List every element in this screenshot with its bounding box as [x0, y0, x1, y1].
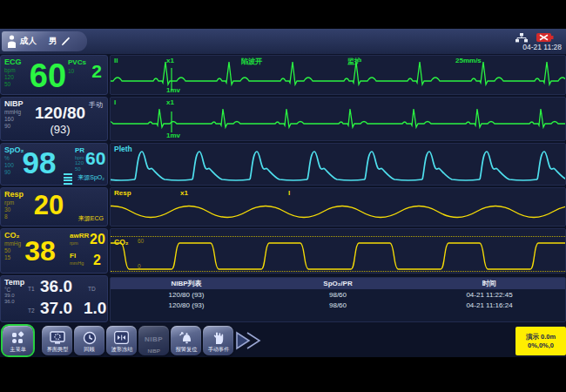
demo-line-1: 演示 0.0m	[515, 333, 566, 341]
patient-type: 成人	[20, 36, 37, 47]
manual-event-icon	[212, 329, 226, 346]
pvcs-limit: 10	[68, 68, 74, 74]
network-icon	[515, 33, 528, 43]
co2-value: 38	[13, 233, 67, 269]
pleth-waveform	[111, 144, 565, 185]
main-menu-label: 主菜单	[10, 346, 26, 354]
pr-limit-low: 50	[75, 166, 81, 172]
resp-unit: rpm	[4, 199, 14, 206]
temp-tile[interactable]: Temp °C 39.0 36.0 T1 36.0 TD T2 37.0 1.0	[0, 275, 108, 322]
nibp-limit-high: 160	[4, 116, 14, 122]
screen-type-label: 界面类型	[46, 346, 68, 354]
co2-waveform	[111, 229, 565, 273]
table-row: 120/80 (93) 98/60 04-21 11:16:24	[111, 300, 565, 310]
cell-time-2: 04-21 11:16:24	[414, 301, 565, 309]
nibp-tile[interactable]: NIBP 手动 mmHg 160 90 120/80 (93)	[0, 97, 108, 141]
temp-limit-low: 36.0	[4, 299, 15, 305]
resp-waveform	[111, 188, 565, 226]
td-value: 1.0	[84, 299, 106, 318]
ecg1-waveform	[111, 56, 565, 94]
col-time: 时间	[414, 279, 565, 288]
ecg2-waveform	[111, 98, 565, 140]
nibp-value: 120/80	[15, 104, 105, 123]
col-spo2-pr: SpO₂/PR	[262, 280, 414, 287]
spo2-unit: %	[4, 155, 10, 161]
battery-icon	[536, 32, 554, 43]
nibp-icon: NIBP	[145, 331, 163, 348]
monitor-screen: 成人 男 04-21 11:28 ECG bpm 120 50 60 PVCs …	[0, 0, 566, 392]
cell-nibp-2: 120/80 (93)	[111, 301, 262, 309]
review-icon	[83, 329, 97, 346]
freeze-button[interactable]: 波形冻结	[106, 326, 137, 355]
demo-line-2: 0%,0%,0	[515, 341, 566, 350]
fi-unit: mmHg	[70, 260, 84, 267]
co2-tile[interactable]: CO₂ mmHg 50 15 38 awRR rpm 20 FI mmHg 2	[0, 228, 108, 274]
co2-wave-row[interactable]: CO₂ 60 0	[110, 228, 566, 274]
table-row: 120/80 (93) 98/60 04-21 11:22:45	[111, 289, 565, 300]
pvcs-value: 2	[91, 61, 102, 82]
screen-type-button[interactable]: 界面类型	[42, 326, 72, 355]
pvcs-label: PVCs	[68, 58, 86, 66]
resp-limit-low: 8	[4, 213, 8, 220]
temp-limit-high: 39.0	[4, 293, 15, 299]
cell-spo2pr-2: 98/60	[262, 301, 414, 309]
nibp-button[interactable]: NIBP NIBP	[138, 326, 169, 355]
alarm-reset-button[interactable]: 报警复位	[171, 326, 201, 355]
fi-label: FI	[70, 252, 76, 260]
temp-label: Temp	[4, 278, 24, 287]
demo-status-box[interactable]: 演示 0.0m 0%,0%,0	[515, 327, 566, 355]
ecg-limit-high: 120	[4, 74, 14, 80]
pleth-wave-row[interactable]: Pleth	[110, 143, 566, 186]
review-button[interactable]: 回顾	[74, 326, 104, 355]
freeze-icon	[114, 329, 129, 346]
nibp-limit-low: 90	[4, 123, 10, 129]
spo2-limit-low: 90	[4, 169, 10, 175]
datetime: 04-21 11:28	[522, 43, 562, 51]
trend-table[interactable]: NIBP列表 SpO₂/PR 时间 120/80 (93) 98/60 04-2…	[110, 277, 566, 322]
freeze-label: 波形冻结	[111, 346, 132, 354]
temp-unit: °C	[4, 287, 10, 293]
edit-icon	[60, 36, 71, 47]
patient-info-tab[interactable]: 成人 男	[2, 31, 87, 51]
t2-value: 37.0	[40, 299, 72, 318]
ecg-wave-row-2[interactable]: I x1 1mv	[110, 97, 566, 141]
manual-event-button[interactable]: 手动事件	[203, 326, 233, 355]
ecg-wave-row-1[interactable]: II x1 陷波开 监护 25mm/s 1mv	[110, 55, 566, 95]
main-menu-button[interactable]: 主菜单	[3, 326, 33, 355]
cell-spo2pr-1: 98/60	[262, 291, 414, 299]
awrr-value: 20	[90, 232, 105, 247]
awrr-unit: rpm	[70, 240, 77, 247]
pr-source: 来源SpO₂	[77, 173, 104, 182]
t1-value: 36.0	[40, 277, 72, 296]
ecg-unit: bpm	[4, 67, 16, 73]
t2-label: T2	[28, 308, 35, 314]
nibp-button-label: NIBP	[147, 348, 159, 354]
fi-value: 2	[93, 253, 101, 268]
td-label: TD	[88, 286, 96, 292]
trend-table-header: NIBP列表 SpO₂/PR 时间	[111, 278, 565, 289]
ecg-limit-low: 50	[4, 81, 10, 87]
more-arrow-icon[interactable]	[235, 331, 263, 350]
pr-limit-high: 120	[75, 160, 84, 166]
co2-limit-low: 15	[4, 254, 10, 260]
manual-event-label: 手动事件	[207, 346, 229, 354]
t1-label: T1	[28, 286, 35, 292]
spo2-value: 98	[13, 144, 65, 182]
resp-tile[interactable]: Resp rpm 30 8 20 来源ECG	[0, 187, 108, 226]
review-label: 回顾	[84, 346, 94, 354]
spo2-tile[interactable]: SpO₂ % 100 90 98 PR bpm 120 50 60 来源SpO₂	[0, 143, 108, 186]
patient-icon	[7, 35, 17, 48]
resp-wave-row[interactable]: Resp x1 I	[110, 187, 566, 226]
pr-label: PR	[75, 146, 84, 154]
signal-bars-icon	[64, 173, 72, 185]
awrr-label: awRR	[70, 232, 89, 240]
ecg-tile[interactable]: ECG bpm 120 50 60 PVCs 10 2	[0, 55, 108, 95]
main-menu-icon	[11, 329, 25, 346]
alarm-reset-icon	[179, 329, 194, 346]
nibp-map-value: (93)	[15, 123, 105, 136]
resp-source: 来源ECG	[78, 214, 104, 223]
patient-gender: 男	[49, 36, 57, 47]
co2-limit-high: 50	[4, 247, 10, 253]
col-nibp-list: NIBP列表	[111, 279, 262, 288]
resp-value: 20	[18, 188, 79, 223]
